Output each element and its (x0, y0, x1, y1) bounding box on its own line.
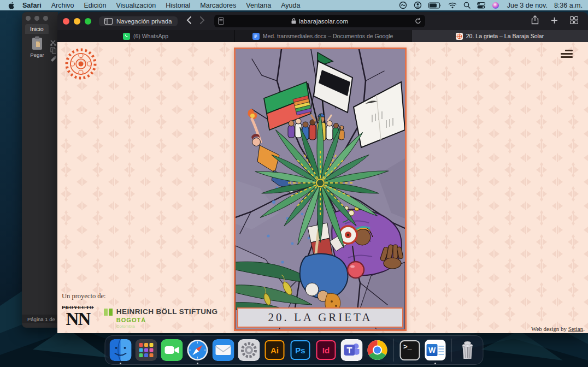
menubar: Safari Archivo Edición Visualización His… (0, 0, 588, 10)
photoshop-badge: Ps (291, 340, 310, 360)
card-artwork (236, 49, 405, 329)
menu-marcadores[interactable]: Marcadores (195, 2, 241, 9)
web-credit: Web design by Setian. (531, 325, 585, 332)
word-badge: W (427, 344, 438, 356)
tab-bar: (6) WhatsApp Med. transmediales.docx – D… (57, 30, 588, 42)
sidebar-icon (104, 18, 113, 25)
safari-toolbar: Navegación privada labarajasola (57, 12, 588, 30)
heinrich-boll-city: BOGOTÁ (116, 317, 218, 323)
private-browsing-badge[interactable]: Navegación privada (99, 16, 178, 26)
lock-icon (291, 18, 296, 24)
la-baraja-solar-favicon (456, 33, 463, 40)
dock-icon-word[interactable]: W (424, 339, 447, 362)
safari-window: Navegación privada labarajasola (57, 12, 588, 333)
tab-overview-button[interactable] (570, 16, 578, 26)
word-paste-label: Pegar (30, 52, 44, 58)
menu-archivo[interactable]: Archivo (46, 2, 79, 9)
menu-hamburger-button[interactable] (561, 50, 573, 58)
dock-divider (393, 339, 394, 362)
dock-icon-launchpad[interactable] (135, 339, 158, 362)
menu-ayuda[interactable]: Ayuda (276, 2, 305, 9)
dock-icon-chrome[interactable] (366, 339, 389, 362)
desktop: Safari Archivo Edición Visualización His… (0, 0, 588, 367)
menubar-clock[interactable]: 8:36 a.m. (554, 2, 583, 9)
word-doc-lines (439, 346, 444, 355)
forward-button[interactable] (200, 16, 205, 26)
tab-la-baraja-solar-label: 20. La grieta – La Baraja Solar (466, 33, 544, 39)
account-icon[interactable] (414, 1, 422, 9)
menu-historial[interactable]: Historial (161, 2, 195, 9)
dock-icon-mail[interactable] (212, 339, 235, 362)
dock-icon-terminal[interactable]: >_ (398, 339, 421, 362)
reload-button[interactable] (415, 17, 421, 26)
proyecto-nn-main-text: NN (62, 310, 94, 328)
back-button[interactable] (186, 16, 191, 26)
dock-divider-2 (451, 339, 452, 362)
dock: Ai Ps Id >_ W (105, 335, 484, 365)
new-tab-button[interactable] (551, 16, 558, 26)
card-title-band: 20. LA GRIETA (237, 307, 403, 328)
safari-running-dot (197, 363, 198, 364)
dock-icon-safari[interactable] (186, 339, 209, 362)
clipboard-icon (31, 36, 43, 50)
word-paste-button[interactable]: Pegar (26, 36, 48, 58)
control-center-icon[interactable] (477, 2, 485, 9)
credit-prefix: Web design by (531, 325, 568, 332)
apple-menu[interactable] (5, 2, 17, 9)
heinrich-boll-country: Colombia (116, 324, 218, 329)
window-traffic-lights (63, 18, 91, 25)
word-window[interactable]: Inicio Pegar Página 1 de (22, 12, 58, 328)
spotlight-search-icon[interactable] (463, 2, 471, 9)
private-browsing-label: Navegación privada (116, 18, 172, 25)
address-bar[interactable]: labarajasolar.com (214, 15, 425, 27)
reader-icon[interactable] (218, 17, 224, 26)
creative-cloud-icon[interactable] (399, 1, 407, 9)
credit-suffix: . (583, 325, 585, 332)
battery-icon[interactable] (428, 2, 442, 9)
whatsapp-icon (123, 33, 130, 40)
dock-icon-teams[interactable] (340, 339, 363, 362)
wifi-icon[interactable] (448, 2, 457, 9)
tab-whatsapp[interactable]: (6) WhatsApp (57, 30, 234, 42)
google-docs-icon (252, 33, 260, 40)
web-page: 20. LA GRIETA Un proyecto de: PROYECTO N… (57, 42, 588, 333)
heinrich-boll-icon (104, 307, 113, 329)
indesign-badge: Id (316, 340, 336, 360)
word-traffic-lights[interactable] (26, 16, 48, 21)
menu-edicion[interactable]: Edición (79, 2, 111, 9)
tab-google-docs-label: Med. transmediales.docx – Documentos de … (263, 33, 393, 39)
dock-icon-indesign[interactable]: Id (315, 339, 338, 362)
finder-running-dot (120, 363, 121, 364)
dock-icon-photoshop[interactable]: Ps (289, 339, 312, 362)
tab-google-docs[interactable]: Med. transmediales.docx – Documentos de … (234, 30, 411, 42)
credit-link[interactable]: Setian (568, 325, 584, 332)
siri-icon[interactable] (492, 2, 499, 9)
tab-whatsapp-label: (6) WhatsApp (133, 33, 168, 39)
tab-la-baraja-solar[interactable]: 20. La grieta – La Baraja Solar (411, 30, 588, 42)
minimize-window-button[interactable] (74, 18, 80, 25)
tarot-card[interactable]: 20. LA GRIETA (234, 48, 407, 331)
heinrich-boll-logo[interactable]: HEINRICH BÖLL STIFTUNG BOGOTÁ Colombia (104, 305, 218, 329)
zoom-window-button[interactable] (85, 18, 91, 25)
menu-app-safari[interactable]: Safari (17, 2, 46, 9)
word-ribbon-tab-inicio[interactable]: Inicio (25, 24, 49, 34)
terminal-glyph: >_ (399, 340, 420, 360)
proyecto-nn-logo[interactable]: PROYECTO NN (62, 305, 94, 328)
dock-icon-illustrator[interactable]: Ai (263, 339, 286, 362)
word-status-bar: Página 1 de (22, 315, 58, 323)
menu-visualizacion[interactable]: Visualización (111, 2, 161, 9)
menubar-date[interactable]: Jue 3 de nov. (507, 2, 548, 9)
dock-icon-system-settings[interactable] (238, 339, 261, 362)
share-button[interactable] (531, 15, 539, 27)
site-logo-sun[interactable] (63, 46, 99, 84)
heinrich-boll-name: HEINRICH BÖLL STIFTUNG (116, 307, 218, 316)
word-format-brush-icon[interactable] (50, 55, 57, 64)
apple-icon (8, 2, 15, 9)
dock-icon-trash[interactable] (456, 339, 479, 362)
url-text: labarajasolar.com (299, 18, 348, 25)
menu-ventana[interactable]: Ventana (241, 2, 276, 9)
dock-icon-finder[interactable] (109, 339, 132, 362)
dock-icon-facetime[interactable] (161, 339, 184, 362)
illustrator-badge: Ai (265, 340, 285, 360)
close-window-button[interactable] (63, 18, 69, 25)
